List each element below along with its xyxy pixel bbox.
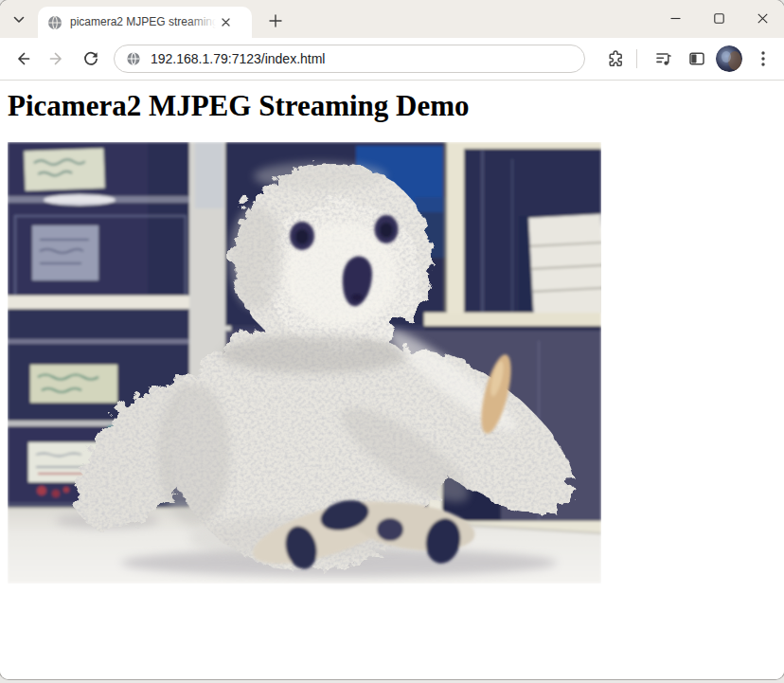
reload-icon: [82, 50, 99, 67]
address-text: 192.168.1.79:7123/index.html: [151, 51, 325, 66]
active-tab[interactable]: picamera2 MJPEG streaming de: [38, 7, 252, 38]
new-tab-button[interactable]: [263, 9, 288, 33]
side-panel-icon: [687, 49, 706, 68]
page-heading: Picamera2 MJPEG Streaming Demo: [8, 89, 784, 123]
globe-favicon-icon: [47, 15, 62, 30]
browser-window: picamera2 MJPEG streaming de: [0, 0, 784, 679]
side-panel-button[interactable]: [684, 45, 710, 72]
maximize-icon: [714, 13, 724, 24]
tab-search-button[interactable]: [8, 9, 30, 31]
forward-icon: [48, 50, 65, 67]
mjpeg-stream-image: [8, 142, 601, 584]
tab-close-button[interactable]: [218, 14, 234, 30]
maximize-button[interactable]: [697, 0, 740, 36]
back-icon: [14, 50, 31, 67]
reload-button[interactable]: [78, 45, 104, 72]
media-controls-button[interactable]: [650, 45, 677, 72]
tab-title: picamera2 MJPEG streaming de: [70, 15, 216, 28]
address-bar[interactable]: 192.168.1.79:7123/index.html: [114, 45, 585, 73]
owl-stream-frame: [8, 142, 601, 584]
minimize-icon: [670, 13, 681, 24]
window-controls: [653, 0, 784, 38]
browser-toolbar: 192.168.1.79:7123/index.html: [0, 38, 784, 81]
forward-button[interactable]: [44, 45, 70, 72]
close-window-button[interactable]: [740, 0, 784, 36]
media-controls-icon: [654, 49, 673, 68]
web-page-content: Picamera2 MJPEG Streaming Demo: [0, 81, 784, 679]
back-button[interactable]: [9, 45, 36, 72]
minimize-button[interactable]: [653, 0, 697, 36]
extensions-puzzle-icon: [606, 49, 625, 68]
kebab-menu-icon: [761, 51, 765, 66]
chevron-down-icon: [13, 16, 25, 24]
extensions-button[interactable]: [602, 45, 629, 72]
browser-menu-button[interactable]: [750, 45, 776, 72]
toolbar-divider: [636, 49, 637, 68]
close-icon: [222, 18, 230, 27]
tab-strip: picamera2 MJPEG streaming de: [0, 0, 784, 38]
profile-photo: [716, 45, 742, 72]
profile-avatar[interactable]: [716, 45, 742, 72]
plus-icon: [269, 14, 282, 27]
globe-icon: [126, 51, 141, 66]
close-icon: [757, 13, 768, 24]
